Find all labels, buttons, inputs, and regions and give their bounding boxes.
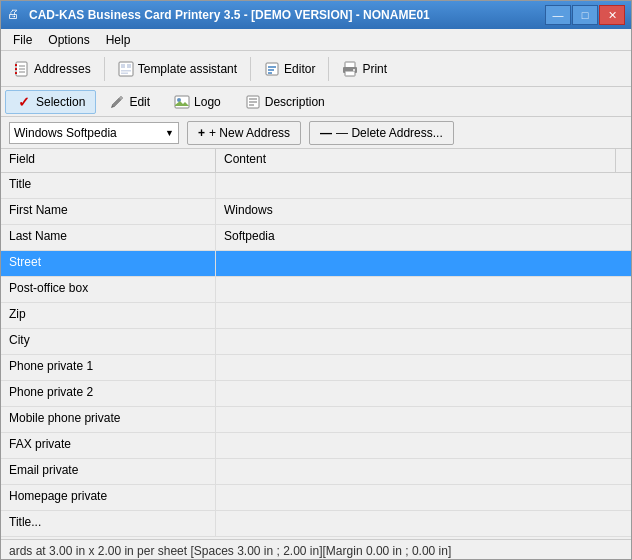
main-content: Field Content TitleFirst NameWindowsLast… [1,149,631,539]
tab-selection[interactable]: ✓ Selection [5,90,96,114]
table-row[interactable]: Last NameSoftpedia [1,225,631,251]
table-header: Field Content [1,149,631,173]
maximize-button[interactable]: □ [572,5,598,25]
address-dropdown-value: Windows Softpedia [14,126,117,140]
tab-edit-label: Edit [129,95,150,109]
cell-field: Email private [1,459,216,484]
app-icon: 🖨 [7,7,23,23]
close-button[interactable]: ✕ [599,5,625,25]
tab-description[interactable]: Description [234,90,336,114]
status-text: ards at 3.00 in x 2.00 in per sheet [Spa… [9,544,451,558]
tab-logo-label: Logo [194,95,221,109]
cell-field: First Name [1,199,216,224]
tab-bar: ✓ Selection Edit Logo [1,87,631,117]
svg-rect-1 [15,64,17,66]
column-header-content: Content [216,149,615,172]
editor-icon [264,61,280,77]
table-row[interactable]: Email private [1,459,631,485]
cell-content [216,251,631,276]
cell-field: City [1,329,216,354]
cell-content [216,303,631,328]
cell-field: Last Name [1,225,216,250]
svg-rect-18 [345,71,355,76]
cell-field: Title... [1,511,216,536]
plus-icon: + [198,126,205,140]
table-row[interactable]: City [1,329,631,355]
svg-rect-11 [121,72,128,74]
table-row[interactable]: Zip [1,303,631,329]
title-bar: 🖨 CAD-KAS Business Card Printery 3.5 - [… [1,1,631,29]
table-row[interactable]: Phone private 1 [1,355,631,381]
table-row[interactable]: Mobile phone private [1,407,631,433]
addresses-button[interactable]: Addresses [5,55,100,83]
table-container: Field Content TitleFirst NameWindowsLast… [1,149,631,539]
cell-content [216,485,631,510]
cell-content [216,173,631,198]
svg-rect-8 [121,64,125,68]
cell-field: Mobile phone private [1,407,216,432]
table-row[interactable]: Title... [1,511,631,537]
print-button[interactable]: Print [333,55,396,83]
tab-description-label: Description [265,95,325,109]
title-bar-text: CAD-KAS Business Card Printery 3.5 - [DE… [29,8,545,22]
chevron-down-icon: ▼ [165,128,174,138]
address-bar: Windows Softpedia ▼ + + New Address — — … [1,117,631,149]
svg-rect-9 [127,64,131,68]
addresses-label: Addresses [34,62,91,76]
cell-content [216,381,631,406]
menu-file[interactable]: File [5,29,40,50]
cell-content [216,433,631,458]
menu-help[interactable]: Help [98,29,139,50]
new-address-label: + New Address [209,126,290,140]
cell-field: FAX private [1,433,216,458]
print-icon [342,61,358,77]
template-assistant-button[interactable]: Template assistant [109,55,246,83]
logo-icon [174,94,190,110]
table-row[interactable]: Homepage private [1,485,631,511]
table-row[interactable]: First NameWindows [1,199,631,225]
cell-field: Post-office box [1,277,216,302]
editor-label: Editor [284,62,315,76]
delete-address-button[interactable]: — — Delete Address... [309,121,454,145]
tab-edit[interactable]: Edit [98,90,161,114]
template-icon [118,61,134,77]
cell-content [216,277,631,302]
table-row[interactable]: Phone private 2 [1,381,631,407]
table-scroll[interactable]: TitleFirst NameWindowsLast NameSoftpedia… [1,173,631,539]
new-address-button[interactable]: + + New Address [187,121,301,145]
minimize-button[interactable]: — [545,5,571,25]
svg-rect-20 [175,96,189,108]
table-row[interactable]: FAX private [1,433,631,459]
cell-field: Phone private 2 [1,381,216,406]
address-book-icon [14,61,30,77]
svg-rect-3 [15,72,17,74]
table-row[interactable]: Post-office box [1,277,631,303]
main-toolbar: Addresses Template assistant Editor [1,51,631,87]
menu-bar: File Options Help [1,29,631,51]
cell-content [216,329,631,354]
table-row[interactable]: Title [1,173,631,199]
svg-point-19 [353,69,355,71]
window-controls: — □ ✕ [545,5,625,25]
toolbar-separator-2 [250,57,251,81]
cell-content [216,459,631,484]
cell-content: Softpedia [216,225,631,250]
edit-icon [109,94,125,110]
check-icon: ✓ [16,94,32,110]
column-header-field: Field [1,149,216,172]
cell-field: Street [1,251,216,276]
editor-button[interactable]: Editor [255,55,324,83]
toolbar-separator-3 [328,57,329,81]
minus-icon: — [320,126,332,140]
status-bar: ards at 3.00 in x 2.00 in per sheet [Spa… [1,539,631,560]
cell-content: Windows [216,199,631,224]
menu-options[interactable]: Options [40,29,97,50]
delete-address-label: — Delete Address... [336,126,443,140]
svg-rect-10 [121,70,131,72]
cell-field: Title [1,173,216,198]
address-dropdown[interactable]: Windows Softpedia ▼ [9,122,179,144]
tab-logo[interactable]: Logo [163,90,232,114]
table-row[interactable]: Street [1,251,631,277]
cell-content [216,355,631,380]
cell-field: Zip [1,303,216,328]
